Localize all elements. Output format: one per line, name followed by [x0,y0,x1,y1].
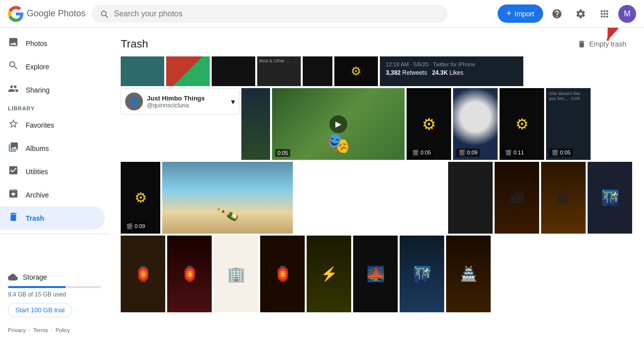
logo-text: Google Photos [27,8,86,19]
photo-thumb[interactable]: 🌃 [400,236,444,312]
help-button[interactable] [547,4,567,24]
grid-row-3: ⚙ 🎬 0:09 🍾 🏙 🏛 [121,162,632,234]
sidebar-explore-label: Explore [26,63,49,71]
sidebar: Photos Explore Sharing LIBRARY Favorites [0,28,109,341]
himbo-name: Just Himbo Things [147,95,205,102]
photo-thumb[interactable]: 🏯 [446,236,491,312]
sidebar-sharing-label: Sharing [26,86,49,94]
photo-thumb[interactable]: 🏢 [214,236,258,312]
sidebar-albums-label: Albums [26,145,49,152]
photo-thumb[interactable] [166,56,210,86]
policy-link[interactable]: Policy [55,327,70,333]
sidebar-trash-label: Trash [26,214,44,222]
import-button[interactable]: + Import [498,4,543,23]
library-section-label: LIBRARY [0,101,109,113]
video-duration-badge: 🎬 0:11 [503,148,526,157]
sidebar-item-photos[interactable]: Photos [0,32,105,55]
video-duration-badge: 🎬 0:09 [456,148,480,157]
photo-thumb[interactable]: 🏛 [541,162,586,234]
albums-icon [8,142,19,155]
utilities-icon [8,165,19,178]
storage-section: Storage 9.4 GB of 15 GB used Start 100 G… [0,266,109,323]
photo-thumb[interactable]: 12:18 AM · 5/6/20 · Twitter for iPhone 3… [380,56,523,86]
photo-thumb[interactable]: 🎭 ▶ 0:05 [272,88,405,160]
privacy-link[interactable]: Privacy [8,327,26,333]
search-icon [99,9,109,19]
sidebar-item-utilities[interactable]: Utilities [0,160,105,183]
photo-thumb[interactable]: ⚡ [307,236,351,312]
settings-icon [575,8,586,19]
archive-icon [8,188,19,201]
photo-thumb[interactable]: Best & Other ... [257,56,301,86]
photo-thumb[interactable]: 🍾 [162,162,293,234]
sidebar-item-sharing[interactable]: Sharing [0,78,105,101]
apps-icon [599,8,610,19]
grid-spacer [295,162,446,234]
storage-bar-bg [8,286,101,288]
video-duration-badge: 🎬 0:05 [410,148,433,157]
storage-text: 9.4 GB of 15 GB used [8,291,101,298]
photo-thumb[interactable]: 🏮 [260,236,305,312]
sidebar-utilities-label: Utilities [26,168,48,176]
photo-thumb[interactable] [121,56,164,86]
settings-button[interactable] [571,4,591,24]
avatar[interactable]: M [618,5,636,23]
search-input[interactable] [114,9,440,18]
photo-thumb[interactable]: 🌉 [353,236,398,312]
sidebar-item-trash[interactable]: Trash [0,206,105,230]
google-logo-icon [8,6,24,22]
sidebar-item-favorites[interactable]: Favorites [0,113,105,137]
sidebar-item-explore[interactable]: Explore [0,55,105,78]
explore-icon [8,60,19,73]
logo: Google Photos [8,6,86,22]
favorites-icon [8,118,19,132]
photo-thumb[interactable]: 🎬 0:09 [453,88,498,160]
photo-thumb[interactable]: ⚙ [334,56,378,86]
storage-upgrade-button[interactable]: Start 100 GB trial [8,303,72,317]
video-duration-badge: 0:05 [275,149,290,157]
sidebar-divider [0,234,109,234]
photo-thumb[interactable]: ⚙ 🎬 0:09 [121,162,160,234]
photo-thumb[interactable] [448,162,493,234]
himbo-expand[interactable]: ▾ [231,97,235,106]
empty-trash-label: Empty trash [589,40,626,48]
sidebar-archive-label: Archive [26,191,49,199]
storage-header: Storage [8,272,101,282]
photo-grid: Best & Other ... ⚙ 12:18 AM · 5/6/20 · T… [109,56,644,326]
photo-thumb[interactable]: 🏮 [167,236,212,312]
import-plus-icon: + [506,8,512,19]
video-play-icon: ▶ [329,115,347,133]
storage-label: Storage [23,273,47,281]
photo-thumb[interactable]: 🏙 [495,162,539,234]
header: Google Photos + Import M [0,0,644,28]
photo-thumb[interactable]: 🏮 [121,236,165,312]
storage-bar-fill [8,286,66,288]
sidebar-item-archive[interactable]: Archive [0,183,105,206]
trash-bin-icon [577,40,586,49]
photo-thumb[interactable] [303,56,332,86]
photo-thumb[interactable]: ⚙ 🎬 0:11 [500,88,544,160]
photo-thumb[interactable] [212,56,255,86]
sharing-icon [8,83,19,97]
photo-thumb[interactable]: ⚙ 🎬 0:05 [407,88,451,160]
storage-cloud-icon [8,272,18,282]
terms-link[interactable]: Terms [33,327,48,333]
page-title: Trash [121,38,148,50]
trash-icon [8,211,19,225]
grid-row-himbo: 👤 Just Himbo Things @quinnscicluna ▾ 🎭 ▶ [121,88,632,160]
photo-thumb[interactable]: She doesn't like you bro... · 0:05 🎬 0:0… [546,88,591,160]
sidebar-favorites-label: Favorites [26,121,54,129]
empty-trash-button[interactable]: Empty trash [571,36,632,52]
photos-icon [8,37,19,50]
grid-row-1: Best & Other ... ⚙ 12:18 AM · 5/6/20 · T… [121,56,632,86]
sidebar-item-albums[interactable]: Albums [0,137,105,160]
search-bar[interactable] [92,5,448,23]
photo-thumb[interactable] [241,88,270,160]
video-duration-badge: 🎬 0:05 [549,148,573,157]
himbo-card[interactable]: 👤 Just Himbo Things @quinnscicluna ▾ [121,88,239,115]
tweet-time: 12:18 AM · 5/6/20 · Twitter for iPhone [386,61,517,67]
photo-thumb[interactable]: 🌃 [588,162,632,234]
apps-button[interactable] [595,4,614,24]
help-icon [552,8,562,19]
header-actions: + Import M [498,4,636,24]
